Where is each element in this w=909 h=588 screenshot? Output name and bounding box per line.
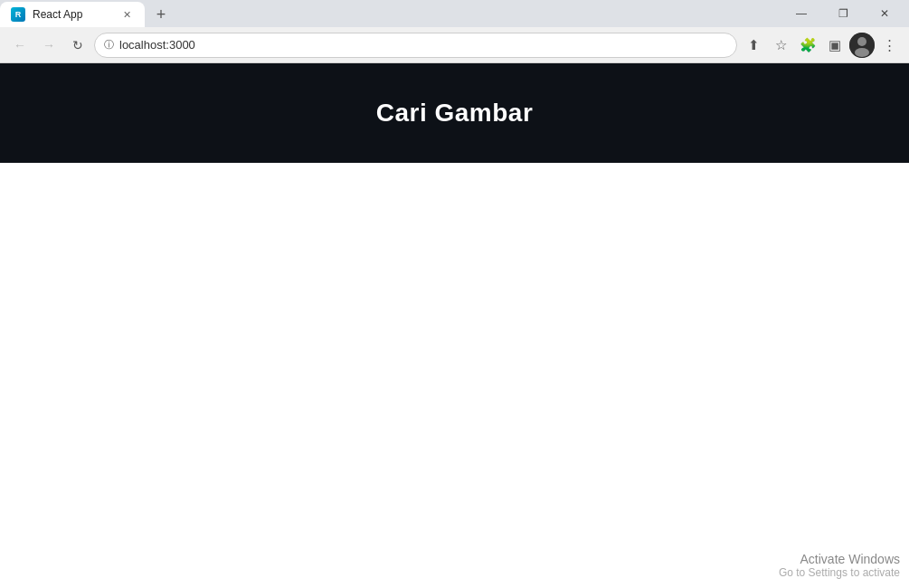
browser-content: Cari Gambar Activate Windows Go to Setti… bbox=[0, 63, 909, 588]
svg-point-2 bbox=[855, 48, 869, 57]
url-bar[interactable]: ⓘ localhost:3000 bbox=[94, 33, 737, 58]
tab-area: R React App ✕ + bbox=[0, 0, 777, 27]
address-bar: ← → ↻ ⓘ localhost:3000 ⬆ ☆ 🧩 ▣ ⋮ bbox=[0, 27, 909, 63]
forward-button[interactable]: → bbox=[36, 33, 62, 58]
bookmark-button[interactable]: ☆ bbox=[768, 33, 793, 58]
share-button[interactable]: ⬆ bbox=[741, 33, 766, 58]
activate-windows-sub: Go to Settings to activate bbox=[779, 566, 900, 579]
back-button[interactable]: ← bbox=[7, 33, 33, 58]
activate-windows-title: Activate Windows bbox=[779, 552, 900, 566]
url-security-icon: ⓘ bbox=[104, 38, 114, 52]
tab-favicon: R bbox=[11, 7, 25, 22]
extensions-button[interactable]: 🧩 bbox=[795, 33, 820, 58]
toolbar-right: ⬆ ☆ 🧩 ▣ ⋮ bbox=[741, 33, 902, 58]
restore-button[interactable]: ❐ bbox=[822, 0, 864, 27]
menu-button[interactable]: ⋮ bbox=[876, 33, 902, 58]
new-tab-button[interactable]: + bbox=[148, 2, 174, 27]
profile-button[interactable] bbox=[849, 33, 875, 58]
close-button[interactable]: ✕ bbox=[864, 0, 905, 27]
tab-close-button[interactable]: ✕ bbox=[119, 7, 134, 22]
window-controls: — ❐ ✕ bbox=[777, 0, 909, 27]
activate-windows-watermark: Activate Windows Go to Settings to activ… bbox=[779, 552, 900, 579]
title-bar: R React App ✕ + — ❐ ✕ bbox=[0, 0, 909, 27]
tab-title: React App bbox=[33, 8, 112, 21]
sidebar-button[interactable]: ▣ bbox=[822, 33, 847, 58]
svg-point-1 bbox=[857, 37, 866, 46]
app-header-title: Cari Gambar bbox=[376, 99, 534, 128]
minimize-button[interactable]: — bbox=[781, 0, 822, 27]
refresh-button[interactable]: ↻ bbox=[65, 33, 90, 58]
app-header: Cari Gambar bbox=[0, 63, 909, 163]
browser-tab[interactable]: R React App ✕ bbox=[0, 2, 145, 27]
url-text: localhost:3000 bbox=[119, 38, 195, 52]
